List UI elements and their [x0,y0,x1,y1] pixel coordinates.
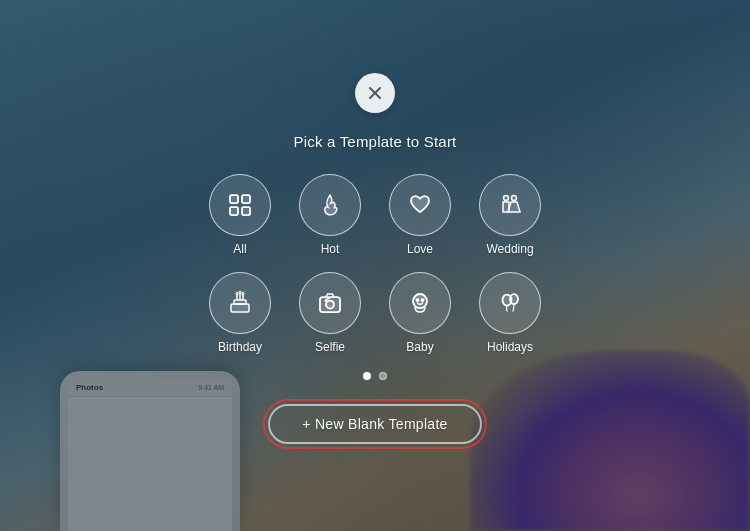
template-label-baby: Baby [406,340,433,354]
template-circle-baby [389,272,451,334]
close-button[interactable] [355,73,395,113]
camera-icon [317,290,343,316]
template-row-2: Birthday Selfie [209,272,541,354]
baby-icon [407,290,433,316]
svg-point-17 [326,300,334,308]
svg-rect-3 [242,195,250,203]
svg-point-7 [512,195,517,200]
svg-rect-4 [230,207,238,215]
template-circle-hot [299,174,361,236]
template-item-wedding[interactable]: Wedding [479,174,541,256]
template-item-baby[interactable]: Baby [389,272,451,354]
template-label-birthday: Birthday [218,340,262,354]
svg-point-14 [239,291,241,294]
grid-icon [227,192,253,218]
svg-rect-5 [242,207,250,215]
template-circle-holidays [479,272,541,334]
svg-rect-8 [231,304,249,312]
pagination-dots [363,372,387,380]
template-item-selfie[interactable]: Selfie [299,272,361,354]
template-row-1: All Hot Love [209,174,541,256]
svg-point-15 [242,292,244,295]
template-label-selfie: Selfie [315,340,345,354]
balloons-icon [497,290,523,316]
svg-point-13 [236,292,238,295]
heart-icon [407,192,433,218]
template-item-hot[interactable]: Hot [299,174,361,256]
birthday-icon [227,290,253,316]
template-circle-love [389,174,451,236]
flame-icon [317,192,343,218]
svg-point-19 [417,299,419,301]
template-circle-birthday [209,272,271,334]
template-label-love: Love [407,242,433,256]
dot-1[interactable] [363,372,371,380]
dot-2[interactable] [379,372,387,380]
template-label-hot: Hot [321,242,340,256]
close-icon [367,85,383,101]
svg-point-22 [510,294,518,304]
svg-point-20 [422,299,424,301]
template-item-holidays[interactable]: Holidays [479,272,541,354]
template-label-wedding: Wedding [486,242,533,256]
svg-rect-2 [230,195,238,203]
new-blank-template-button[interactable]: + New Blank Template [268,404,481,444]
modal-title: Pick a Template to Start [294,133,457,150]
svg-point-6 [504,195,509,200]
template-circle-selfie [299,272,361,334]
template-label-all: All [233,242,246,256]
template-label-holidays: Holidays [487,340,533,354]
template-grid: All Hot Love [209,174,541,354]
wedding-icon [497,192,523,218]
template-picker-modal: Pick a Template to Start All [209,73,541,444]
template-item-love[interactable]: Love [389,174,451,256]
svg-rect-9 [234,300,246,304]
template-item-all[interactable]: All [209,174,271,256]
template-circle-wedding [479,174,541,236]
template-circle-all [209,174,271,236]
template-item-birthday[interactable]: Birthday [209,272,271,354]
